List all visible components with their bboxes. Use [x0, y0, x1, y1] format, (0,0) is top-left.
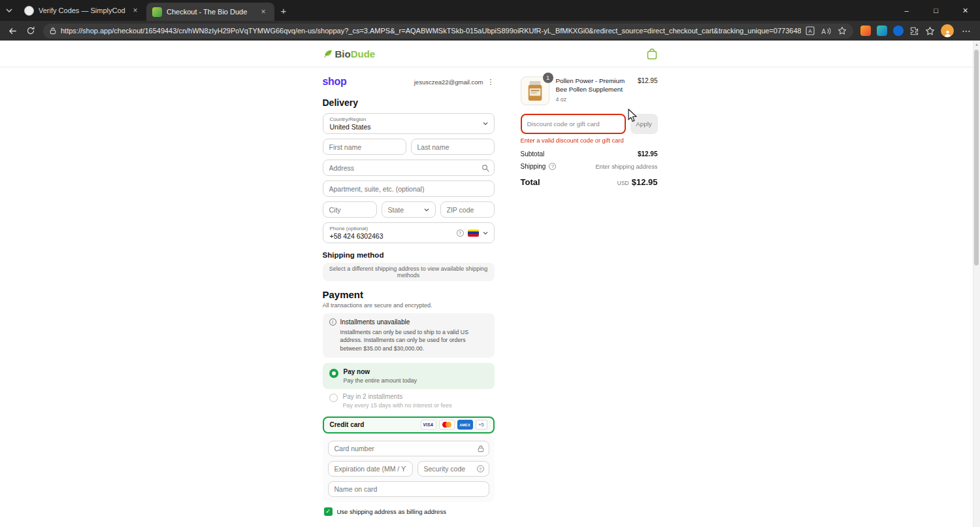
- extensions-puzzle-icon[interactable]: [909, 26, 919, 36]
- favorites-icon[interactable]: [925, 26, 935, 36]
- line-item: 1 Pollen Power - Premium Bee Pollen Supp…: [521, 76, 658, 105]
- refresh-button[interactable]: [22, 22, 39, 39]
- payment-subtitle: All transactions are secure and encrypte…: [323, 302, 495, 309]
- last-name-input[interactable]: [411, 139, 495, 155]
- favorite-star-icon[interactable]: [838, 26, 847, 35]
- cart-button[interactable]: [646, 48, 658, 60]
- name-on-card-input[interactable]: [328, 481, 489, 497]
- address-bar[interactable]: https://shop.app/checkout/16549443/cn/hW…: [43, 24, 853, 39]
- credit-card-label: Credit card: [330, 421, 365, 428]
- tab-simplycodes[interactable]: Verify Codes — SimplyCodes ×: [18, 0, 146, 21]
- more-cards-badge[interactable]: +5: [476, 420, 487, 430]
- lock-icon: [50, 27, 56, 35]
- new-tab-button[interactable]: +: [274, 1, 293, 20]
- total-row: Total USD $12.95: [521, 177, 658, 187]
- close-button[interactable]: ×: [951, 0, 980, 21]
- delivery-title: Delivery: [323, 97, 495, 108]
- shipping-help-icon[interactable]: ?: [549, 163, 556, 170]
- billing-checkbox-label: Use shipping address as billing address: [337, 508, 446, 515]
- url-text: https://shop.app/checkout/16549443/cn/hW…: [61, 27, 801, 35]
- window-controls: – □ ×: [892, 0, 980, 21]
- phone-field[interactable]: Phone (optional) +58 424 6302463 ?: [323, 222, 495, 243]
- visa-icon: VISA: [421, 420, 436, 430]
- extension-icon-1[interactable]: [860, 26, 871, 36]
- mastercard-icon: [439, 420, 455, 430]
- chevron-down-icon: [483, 122, 488, 126]
- navbar-right-cluster: ⋯: [857, 24, 976, 37]
- chevron-down-icon: [424, 208, 429, 211]
- extension-icon-2[interactable]: [877, 26, 887, 36]
- security-code-help-icon[interactable]: ?: [477, 465, 484, 472]
- profile-avatar[interactable]: [941, 24, 954, 37]
- extension-icon-3[interactable]: [893, 26, 904, 36]
- store-logo[interactable]: BioDude: [323, 48, 376, 60]
- tab-close-icon[interactable]: ×: [130, 5, 140, 16]
- maximize-button[interactable]: □: [921, 0, 951, 21]
- shop-account-row: shop jesusczea22@gmail.com ⋮: [323, 75, 495, 88]
- phone-help-icon[interactable]: ?: [457, 230, 464, 237]
- quantity-badge: 1: [543, 73, 553, 83]
- credit-card-form: ?: [323, 435, 495, 502]
- tab-search-button[interactable]: [0, 0, 18, 21]
- subtotal-value: $12.95: [638, 150, 658, 158]
- browser-titlebar: Verify Codes — SimplyCodes × Checkout - …: [0, 0, 980, 21]
- country-label: Country/Region: [330, 116, 478, 122]
- svg-text:A: A: [821, 28, 826, 35]
- lock-icon: [478, 445, 484, 452]
- city-input[interactable]: [323, 201, 377, 218]
- checkbox-checked-icon[interactable]: ✓: [324, 507, 333, 516]
- pay-installments-option: Pay in 2 installments Pay every 15 days …: [323, 389, 495, 413]
- translate-icon[interactable]: A: [806, 26, 815, 35]
- apartment-input[interactable]: [323, 180, 495, 197]
- product-name: Pollen Power - Premium Bee Pollen Supple…: [556, 77, 626, 94]
- billing-address-checkbox-row[interactable]: ✓ Use shipping address as billing addres…: [323, 507, 495, 516]
- shop-wordmark: shop: [323, 76, 347, 88]
- subtotal-label: Subtotal: [521, 150, 545, 158]
- product-thumbnail: 1: [521, 76, 549, 105]
- store-header: BioDude: [0, 41, 980, 67]
- chevron-down-icon: [6, 8, 12, 12]
- venezuela-flag-icon[interactable]: [468, 230, 479, 237]
- shipping-label: Shipping: [521, 163, 546, 170]
- chevron-down-icon: [483, 231, 488, 235]
- pay-installments-subtitle: Pay every 15 days with no interest or fe…: [343, 402, 452, 409]
- amex-icon: AMEX: [457, 420, 473, 430]
- first-name-input[interactable]: [323, 139, 406, 155]
- scrollbar-thumb[interactable]: [974, 50, 979, 265]
- minimize-button[interactable]: –: [892, 0, 921, 21]
- country-value: United States: [330, 123, 478, 131]
- discount-code-input[interactable]: [521, 114, 626, 134]
- product-price: $12.95: [632, 76, 658, 84]
- card-number-input[interactable]: [328, 441, 489, 456]
- svg-text:A: A: [808, 28, 812, 34]
- read-aloud-icon[interactable]: A: [821, 27, 832, 35]
- apply-discount-button[interactable]: Apply: [630, 114, 658, 134]
- pay-now-option[interactable]: Pay now Pay the entire amount today: [323, 363, 495, 389]
- zip-input[interactable]: [440, 201, 495, 218]
- total-label: Total: [521, 177, 540, 187]
- expiration-input[interactable]: [328, 461, 413, 477]
- account-menu-icon[interactable]: ⋮: [487, 78, 495, 86]
- refresh-icon: [26, 26, 35, 35]
- pay-now-title: Pay now: [344, 368, 417, 375]
- currency-code: USD: [617, 180, 629, 186]
- tab-close-icon[interactable]: ×: [258, 7, 269, 17]
- back-arrow-icon: [8, 26, 18, 36]
- pay-now-subtitle: Pay the entire amount today: [344, 377, 417, 384]
- browser-menu-icon[interactable]: ⋯: [960, 26, 973, 35]
- country-select[interactable]: Country/Region United States: [323, 113, 495, 134]
- page-scrollbar[interactable]: ▲: [973, 41, 980, 527]
- browser-navbar: https://shop.app/checkout/16549443/cn/hW…: [0, 21, 980, 41]
- state-select[interactable]: State: [382, 201, 436, 218]
- tab-checkout-biodude[interactable]: Checkout - The Bio Dude ×: [146, 3, 274, 21]
- address-input[interactable]: [323, 160, 495, 176]
- address-bar-icons: A A: [806, 26, 847, 35]
- back-button[interactable]: [4, 22, 21, 39]
- tab-title: Verify Codes — SimplyCodes: [39, 7, 125, 14]
- scrollbar-up-arrow[interactable]: ▲: [973, 41, 980, 48]
- checkout-page: BioDude shop jesusczea22@gmail.com ⋮ Del…: [0, 41, 980, 527]
- credit-card-option[interactable]: Credit card VISA AMEX +5: [323, 416, 495, 434]
- installments-notice-body: Installments can only be used to ship to…: [329, 328, 488, 352]
- shipping-row: Shipping ? Enter shipping address: [521, 163, 658, 170]
- search-icon: [482, 164, 489, 172]
